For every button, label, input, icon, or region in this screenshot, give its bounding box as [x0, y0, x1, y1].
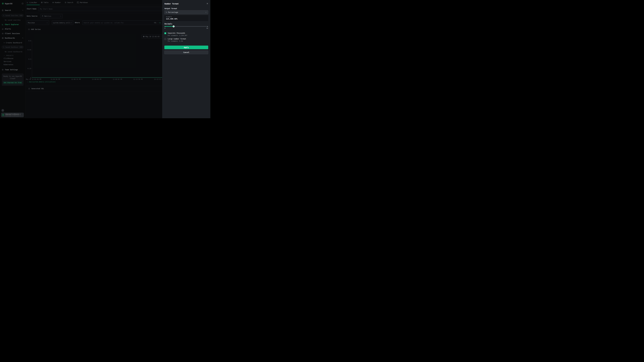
slider-thumb[interactable] — [173, 25, 174, 27]
example-label: Example — [166, 16, 206, 17]
close-icon[interactable] — [206, 2, 208, 4]
output-format-label: Output format — [164, 8, 177, 9]
large-number-format-example: For example: 1.2m — [168, 40, 183, 42]
percent-icon: % — [166, 11, 167, 13]
large-number-format-row[interactable]: Large number format — [164, 38, 208, 40]
number-format-panel: Number format Output format % Percentage… — [162, 0, 210, 118]
output-format-select[interactable]: % Percentage — [164, 10, 208, 14]
slider-fill — [164, 26, 174, 27]
app-window: HyperDX Search Saved Searches ⌘ K No sav… — [0, 0, 210, 118]
separate-thousands-example: For example: 1,234,567 — [168, 34, 187, 36]
separate-thousands-label: Separate thousands — [168, 32, 185, 34]
example-value: 123,400.00% — [166, 18, 206, 20]
cancel-button[interactable]: Cancel — [164, 50, 208, 54]
output-format-value: Percentage — [168, 11, 204, 13]
separate-thousands-row[interactable]: Separate thousands — [164, 32, 208, 34]
slider-max-dot — [207, 26, 208, 27]
large-number-format-label: Large number format — [168, 38, 186, 40]
modal-overlay[interactable] — [0, 0, 162, 118]
apply-button[interactable]: Apply — [164, 45, 208, 49]
checkbox-checked-icon[interactable] — [164, 32, 166, 34]
decimals-label: Decimals — [164, 23, 172, 25]
slider-min-label: 0 — [164, 27, 166, 29]
chevron-selector-icon — [205, 11, 207, 13]
slider-max-label: 10 — [206, 27, 208, 29]
decimals-slider[interactable] — [164, 25, 208, 27]
checkbox-unchecked-icon[interactable] — [164, 38, 166, 40]
panel-title: Number format — [164, 3, 179, 5]
example-box: Example 123,400.00% — [164, 15, 208, 21]
slider-min-dot — [165, 26, 165, 27]
